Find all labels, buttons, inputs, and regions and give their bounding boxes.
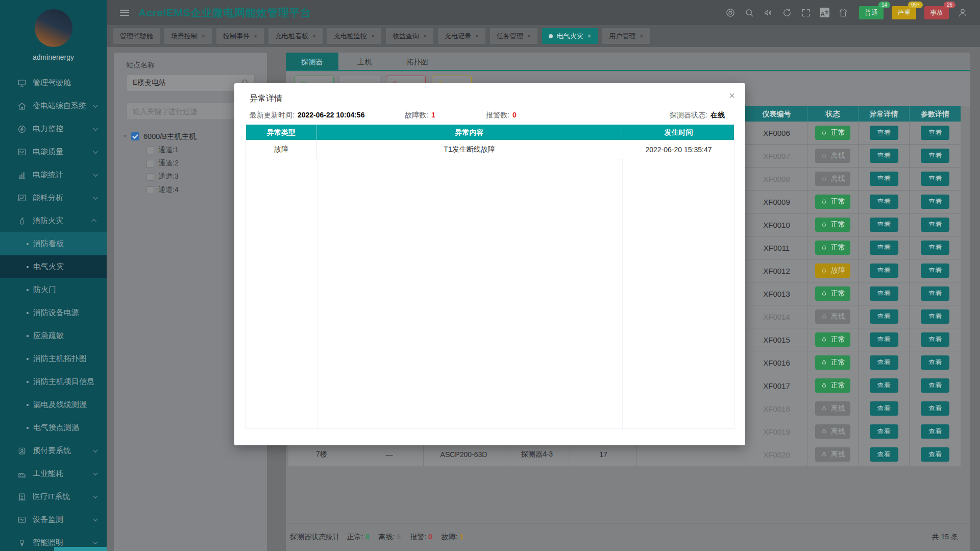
sidebar-subitem-消防看板[interactable]: 消防看板 — [0, 232, 107, 255]
view-params-button[interactable]: 查看 — [921, 195, 949, 209]
sidebar-item-变电站综自系统[interactable]: 变电站综自系统 — [0, 94, 107, 117]
view-params-button[interactable]: 查看 — [921, 149, 949, 163]
tab-控制事件[interactable]: 控制事件× — [216, 28, 264, 44]
translate-icon[interactable]: A文 — [820, 8, 829, 17]
sidebar-item-管理驾驶舱[interactable]: 管理驾驶舱 — [0, 71, 107, 94]
view-exception-button[interactable]: 查看 — [870, 309, 898, 324]
tab-close-icon[interactable]: × — [587, 33, 591, 40]
avatar[interactable] — [35, 9, 72, 47]
view-params-button[interactable]: 查看 — [921, 172, 949, 186]
view-params-button[interactable]: 查看 — [921, 332, 949, 347]
view-params-button[interactable]: 查看 — [921, 241, 949, 255]
sidebar-subitem-防火门[interactable]: 防火门 — [0, 278, 107, 301]
menu-toggle-icon[interactable] — [120, 10, 129, 16]
tree-root-checkbox[interactable] — [131, 132, 139, 140]
tab-close-icon[interactable]: × — [527, 33, 531, 40]
tab-close-icon[interactable]: × — [312, 33, 316, 40]
sidebar-subitem-漏电及线缆测温[interactable]: 漏电及线缆测温 — [0, 393, 107, 416]
sidebar-subitem-label: 漏电及线缆测温 — [33, 400, 87, 410]
tree-child-checkbox[interactable] — [146, 147, 154, 154]
sidebar-item-消防火灾[interactable]: 消防火灾 — [0, 209, 107, 232]
user-icon[interactable] — [958, 8, 968, 18]
content-tab-主机[interactable]: 主机 — [338, 53, 391, 70]
sidebar-item-设备监测[interactable]: 设备监测 — [0, 508, 107, 531]
fullscreen-icon[interactable] — [801, 8, 811, 18]
view-params-button[interactable]: 查看 — [921, 378, 949, 393]
view-params-button[interactable]: 查看 — [921, 309, 949, 324]
tree-child-checkbox[interactable] — [146, 160, 154, 167]
view-exception-button[interactable]: 查看 — [870, 424, 898, 439]
sidebar-item-电力监控[interactable]: 电力监控 — [0, 117, 107, 140]
tab-收益查询[interactable]: 收益查询× — [386, 28, 433, 44]
view-params-button[interactable]: 查看 — [921, 286, 949, 301]
view-exception-button[interactable]: 查看 — [870, 241, 898, 255]
tab-close-icon[interactable]: × — [371, 33, 375, 40]
view-params-button[interactable]: 查看 — [921, 126, 949, 140]
view-params-button[interactable]: 查看 — [921, 263, 949, 278]
alarm-chip-普通[interactable]: 普通14 — [859, 6, 884, 19]
exception-cell: 查看 — [859, 122, 910, 144]
view-params-button[interactable]: 查看 — [921, 424, 949, 439]
search-icon[interactable] — [744, 8, 754, 18]
view-params-button[interactable]: 查看 — [921, 355, 949, 370]
sidebar-scrollbar[interactable] — [54, 547, 107, 551]
tab-充电桩看板[interactable]: 充电桩看板× — [268, 28, 323, 44]
view-exception-button[interactable]: 查看 — [870, 447, 898, 462]
sidebar-subitem-消防主机项目信息[interactable]: 消防主机项目信息 — [0, 370, 107, 393]
tab-close-icon[interactable]: × — [202, 33, 205, 40]
view-params-button[interactable]: 查看 — [921, 401, 949, 416]
sidebar-subitem-消防主机拓扑图[interactable]: 消防主机拓扑图 — [0, 347, 107, 370]
sidebar-subitem-应急疏散[interactable]: 应急疏散 — [0, 324, 107, 347]
theme-icon[interactable] — [838, 8, 848, 18]
sidebar-item-电能统计[interactable]: 电能统计 — [0, 163, 107, 186]
sidebar-item-工业能耗[interactable]: 工业能耗 — [0, 462, 107, 485]
view-exception-button[interactable]: 查看 — [870, 149, 898, 163]
volume-icon[interactable] — [763, 8, 773, 18]
alarm-chip-严重[interactable]: 严重99+ — [892, 6, 916, 19]
sidebar-subitem-电气接点测温[interactable]: 电气接点测温 — [0, 416, 107, 439]
tree-child-checkbox[interactable] — [146, 186, 154, 194]
refresh-icon[interactable] — [782, 8, 792, 18]
view-params-button[interactable]: 查看 — [921, 218, 949, 232]
view-exception-button[interactable]: 查看 — [870, 172, 898, 186]
tab-充电记录[interactable]: 充电记录× — [438, 28, 485, 44]
view-exception-button[interactable]: 查看 — [870, 218, 898, 232]
industrial-icon — [17, 469, 27, 478]
sidebar-item-能耗分析[interactable]: 能耗分析 — [0, 186, 107, 209]
modal-close-icon[interactable]: × — [729, 90, 735, 101]
sidebar-item-电能质量[interactable]: 电能质量 — [0, 140, 107, 163]
bullet-icon — [27, 243, 29, 245]
view-params-button[interactable]: 查看 — [921, 447, 949, 462]
status-cell: 故障 — [807, 259, 859, 282]
alarm-chip-事故[interactable]: 事故26 — [924, 6, 949, 19]
sidebar-subitem-消防设备电源[interactable]: 消防设备电源 — [0, 301, 107, 324]
status-label: 正常 — [831, 128, 845, 137]
tab-close-icon[interactable]: × — [423, 33, 427, 40]
view-exception-button[interactable]: 查看 — [870, 195, 898, 209]
view-exception-button[interactable]: 查看 — [870, 378, 898, 393]
tab-close-icon[interactable]: × — [640, 33, 643, 40]
sidebar-item-医疗IT系统[interactable]: 医疗IT系统 — [0, 485, 107, 508]
view-exception-button[interactable]: 查看 — [870, 332, 898, 347]
view-exception-button[interactable]: 查看 — [870, 355, 898, 370]
content-tab-探测器[interactable]: 探测器 — [286, 53, 338, 70]
tab-充电桩监控[interactable]: 充电桩监控× — [327, 28, 381, 44]
view-exception-button[interactable]: 查看 — [870, 401, 898, 416]
detector-status-icon — [820, 128, 828, 137]
tab-任务管理[interactable]: 任务管理× — [490, 28, 537, 44]
view-exception-button[interactable]: 查看 — [870, 286, 898, 301]
sidebar-subitem-电气火灾[interactable]: 电气火灾 — [0, 255, 107, 278]
view-exception-button[interactable]: 查看 — [870, 263, 898, 278]
tree-caret-icon[interactable] — [123, 135, 127, 138]
service-icon[interactable] — [725, 8, 736, 18]
tab-close-icon[interactable]: × — [254, 33, 257, 40]
tab-管理驾驶舱[interactable]: 管理驾驶舱 — [113, 28, 160, 44]
tab-用户管理[interactable]: 用户管理× — [602, 28, 650, 44]
content-tab-拓扑图[interactable]: 拓扑图 — [391, 53, 444, 70]
tab-close-icon[interactable]: × — [475, 33, 479, 40]
sidebar-item-预付费系统[interactable]: 预付费系统 — [0, 439, 107, 462]
tab-电气火灾[interactable]: 电气火灾× — [542, 28, 598, 44]
view-exception-button[interactable]: 查看 — [870, 126, 898, 140]
tab-场景控制[interactable]: 场景控制× — [164, 28, 212, 44]
tree-child-checkbox[interactable] — [146, 173, 154, 181]
